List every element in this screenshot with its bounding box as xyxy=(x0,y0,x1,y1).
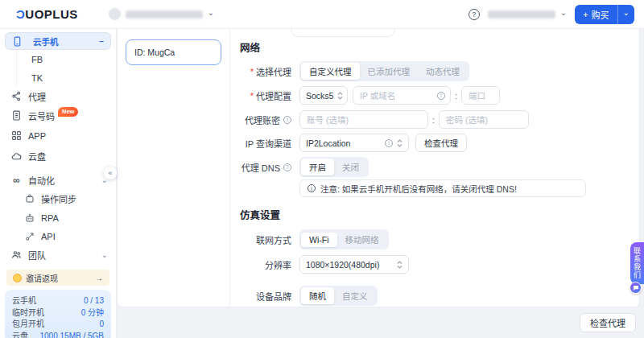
proxy-username-input[interactable] xyxy=(299,110,428,129)
account-selector[interactable]: ⌄ xyxy=(488,10,567,19)
brand-segmented: 随机 自定义 xyxy=(299,286,378,306)
quota-row: 云手机 0 / 13 xyxy=(12,295,104,307)
updown-icon xyxy=(397,139,402,147)
chevron-down-icon: ⌄ xyxy=(101,250,108,259)
ip-channel-select[interactable]: IP2Location i xyxy=(299,134,409,152)
sidebar-collapse-button[interactable]: « xyxy=(104,167,117,179)
proxy-type-dynamic[interactable]: 动态代理 xyxy=(418,63,468,80)
buy-dropdown-button[interactable]: ⌄ xyxy=(617,5,634,24)
notice-text: 注意: 如果云手机开机后没有网络，请关闭代理 DNS! xyxy=(320,183,517,195)
sidebar-item-automation[interactable]: ∞ 自动化 ⌄ xyxy=(0,171,116,189)
phone-list-panel: ID: MugCa xyxy=(118,29,230,307)
required-asterisk: * xyxy=(250,91,254,101)
quota-row: 临时开机 0 分钟 xyxy=(12,307,104,319)
net-mode-wifi[interactable]: Wi-Fi xyxy=(301,233,337,247)
new-badge: New xyxy=(58,107,78,117)
sidebar-item-team[interactable]: 团队 ⌄ xyxy=(0,245,116,264)
dns-off[interactable]: 关闭 xyxy=(334,159,367,175)
info-icon: i xyxy=(437,92,445,100)
infinity-icon: ∞ xyxy=(11,175,22,185)
logo-d: Ɔ xyxy=(16,7,25,21)
quota-value: 0 xyxy=(99,319,104,331)
network-section-title: 网络 xyxy=(240,39,260,55)
sidebar-item-label: APP xyxy=(28,131,46,141)
quota-panel: 云手机 0 / 13 临时开机 0 分钟 包月开机 0 云盘 1000.15MB… xyxy=(5,290,111,338)
proxy-type-custom[interactable]: 自定义代理 xyxy=(301,63,360,80)
arrow-right-icon: → xyxy=(95,274,103,282)
port-input[interactable] xyxy=(461,86,500,105)
plus-icon: + xyxy=(583,10,588,19)
phone-card[interactable]: ID: MugCa xyxy=(126,39,221,65)
brand-custom[interactable]: 自定义 xyxy=(334,287,376,304)
sidebar-item-proxy[interactable]: 代理 xyxy=(0,87,116,105)
content-card: ID: MugCa 网络 * 选择代理 自定义代理 已添加代理 动态代理 xyxy=(117,29,640,307)
phone-id: ID: MugCa xyxy=(134,47,175,57)
account-name-redacted xyxy=(488,10,555,19)
info-icon: i xyxy=(283,116,291,124)
simulation-section-title: 仿真设置 xyxy=(240,207,280,222)
contact-us-tab[interactable]: 联系我们 xyxy=(630,242,644,284)
duoplus-logo: ƆUOPLUS xyxy=(16,7,78,21)
sidebar-item-tk[interactable]: TK xyxy=(17,68,116,87)
info-icon: i xyxy=(385,139,393,147)
help-icon[interactable]: ? xyxy=(469,9,480,20)
sidebar-item-label: 云号码 xyxy=(28,109,55,122)
quota-label: 云手机 xyxy=(12,295,36,307)
buy-split-button[interactable]: + 购买 ⌄ xyxy=(575,5,634,24)
sidebar-item-cloud-phone[interactable]: 云手机 − xyxy=(5,32,111,50)
required-asterisk: * xyxy=(250,67,254,76)
share-nodes-icon xyxy=(11,91,22,101)
sidebar-item-label: 团队 xyxy=(28,249,46,262)
updown-icon xyxy=(397,261,402,269)
check-proxy-button[interactable]: 检查代理 xyxy=(415,134,467,152)
quota-label: 临时开机 xyxy=(12,307,44,319)
buy-button[interactable]: + 购买 xyxy=(575,5,617,24)
net-mode-cellular[interactable]: 移动网络 xyxy=(337,231,387,248)
sidebar-item-cloud-number[interactable]: 云号码 New xyxy=(0,105,116,126)
sim-card-icon xyxy=(11,110,22,121)
plug-icon xyxy=(24,231,35,241)
sidebar-item-cloud-drive[interactable]: 云盘 xyxy=(0,146,116,167)
sidebar-item-fb[interactable]: FB xyxy=(17,50,116,68)
ip-input[interactable] xyxy=(353,86,451,105)
protocol-select[interactable]: Socks5 xyxy=(299,86,348,105)
ip-channel-label: IP 查询渠道 xyxy=(240,137,291,150)
dns-on[interactable]: 开启 xyxy=(301,159,334,175)
sidebar: 云手机 − FB TK 代理 云号码 New APP 云盘 ∞ xyxy=(0,29,117,338)
quota-value: 0 / 13 xyxy=(84,295,104,307)
net-mode-label: 联网方式 xyxy=(240,233,291,246)
sidebar-item-operation-sync[interactable]: 操作同步 xyxy=(0,189,116,208)
bag-icon xyxy=(24,194,35,204)
resolution-select[interactable]: 1080×1920(480dpi) xyxy=(299,255,409,274)
proxy-password-input[interactable] xyxy=(439,110,529,129)
proxy-auth-label: 代理账密 i xyxy=(240,113,291,126)
footer-check-proxy-button[interactable]: 检查代理 xyxy=(580,313,636,332)
sidebar-item-app[interactable]: APP xyxy=(0,126,116,146)
sidebar-item-label: 云盘 xyxy=(28,150,46,163)
team-icon xyxy=(11,249,22,260)
sidebar-item-label: 云手机 xyxy=(33,35,59,47)
resolution-label: 分辨率 xyxy=(240,258,291,271)
net-mode-segmented: Wi-Fi 移动网络 xyxy=(299,229,389,249)
updown-icon xyxy=(337,92,343,100)
workspace-avatar xyxy=(109,8,121,20)
top-header: ƆUOPLUS ⌄ ? ⌄ + 购买 ⌄ xyxy=(0,0,644,29)
brand-label: 设备品牌 xyxy=(240,290,291,303)
quota-label: 云盘 xyxy=(12,331,28,338)
invite-cashback-button[interactable]: 邀请返现 → xyxy=(6,270,109,286)
brand-random[interactable]: 随机 xyxy=(301,287,334,304)
proxy-type-segmented: 自定义代理 已添加代理 动态代理 xyxy=(299,61,469,81)
dns-segmented: 开启 关闭 xyxy=(299,157,369,177)
scrolled-input-partial[interactable] xyxy=(291,29,395,37)
sidebar-item-rpa[interactable]: RPA xyxy=(0,208,116,227)
workspace-selector[interactable]: ⌄ xyxy=(109,8,214,20)
sidebar-item-api[interactable]: API xyxy=(0,227,116,245)
quota-row: 云盘 1000.15MB / 5GB xyxy=(12,331,104,338)
quota-row: 包月开机 0 xyxy=(12,319,104,331)
quota-value: 0 分钟 xyxy=(81,307,104,319)
chat-icon[interactable] xyxy=(630,282,642,294)
colon-separator: : xyxy=(432,115,435,125)
proxy-type-added[interactable]: 已添加代理 xyxy=(360,63,419,80)
sidebar-item-label: 操作同步 xyxy=(41,192,76,205)
chevron-down-icon: ⌄ xyxy=(560,9,567,17)
